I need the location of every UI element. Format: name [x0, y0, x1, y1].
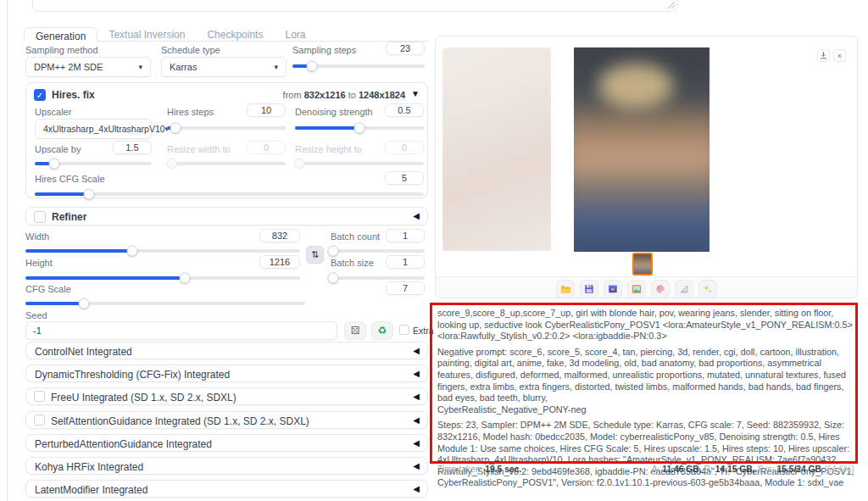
sparkles-icon	[703, 284, 713, 294]
sampling-method-value: DPM++ 2M SDE	[34, 62, 103, 72]
upscale-by-input[interactable]: 1.5	[113, 141, 152, 154]
caret-collapsed-icon: ◀	[413, 392, 420, 401]
height-slider[interactable]	[25, 276, 300, 280]
caret-collapsed-icon: ◀	[413, 461, 420, 470]
freeu-checkbox[interactable]	[34, 391, 45, 402]
palette-icon	[655, 284, 665, 294]
batch-size-input[interactable]: 1	[386, 255, 425, 269]
tab-lora[interactable]: Lora	[274, 26, 316, 41]
gallery-ghost-preview	[442, 47, 551, 251]
swap-dimensions-button[interactable]: ⇅	[306, 246, 324, 264]
height-input[interactable]: 1216	[259, 255, 300, 269]
cfg-scale-input[interactable]: 7	[386, 281, 425, 295]
close-icon: ×	[837, 52, 842, 60]
generated-image[interactable]	[574, 47, 709, 252]
sampling-steps-slider[interactable]	[292, 64, 425, 68]
accordion-latent-modifier[interactable]: LatentModifier Integrated ◀	[25, 480, 428, 498]
seed-extra-checkbox[interactable]	[399, 325, 409, 335]
send-to-inpaint-button[interactable]	[651, 280, 670, 298]
hires-to-size: 1248x1824	[359, 90, 405, 100]
tab-generation[interactable]: Generation	[24, 27, 97, 42]
sampling-method-label: Sampling method	[25, 45, 98, 55]
infotext-prompt: score_9,score_8_up,score_7_up, girl with…	[437, 308, 854, 342]
denoising-strength-slider[interactable]	[295, 126, 424, 130]
generation-infotext[interactable]: score_9,score_8_up,score_7_up, girl with…	[437, 308, 854, 489]
download-image-button[interactable]	[817, 49, 830, 62]
width-slider[interactable]	[25, 249, 300, 253]
tab-checkpoints[interactable]: Checkpoints	[196, 26, 274, 41]
caret-collapsed-icon: ◀	[413, 415, 420, 425]
hires-fix-section: ✓ Hires. fix from 832x1216 to 1248x1824 …	[25, 82, 428, 198]
schedule-type-value: Karras	[170, 62, 197, 72]
save-image-button[interactable]	[580, 280, 598, 298]
schedule-type-select[interactable]: Karras ▾	[161, 57, 287, 77]
hires-steps-label: Hires steps	[167, 107, 214, 117]
accordion-self-attention-guidance[interactable]: SelfAttentionGuidance Integrated (SD 1.x…	[25, 411, 428, 429]
upscale-by-label: Upscale by	[35, 144, 81, 154]
sampling-method-select[interactable]: DPM++ 2M SDE ▾	[25, 57, 151, 77]
cfg-scale-label: CFG Scale	[25, 284, 71, 294]
upscaler-value: 4xUltrasharp_4xUltrasharpV10	[43, 124, 165, 134]
ruler-icon	[679, 284, 689, 294]
send-to-extras-button[interactable]	[675, 280, 693, 298]
hires-steps-slider[interactable]	[167, 126, 286, 130]
batch-size-label: Batch size	[331, 258, 374, 268]
open-folder-button[interactable]	[556, 280, 575, 298]
caret-collapsed-icon[interactable]: ◀	[413, 211, 420, 220]
width-input[interactable]: 832	[259, 229, 300, 242]
upscaler-label: Upscaler	[35, 107, 71, 117]
refiner-checkbox[interactable]	[34, 211, 46, 223]
batch-size-slider[interactable]	[331, 276, 425, 280]
gallery-thumbnail-selected[interactable]	[632, 253, 653, 276]
batch-count-input[interactable]: 1	[386, 229, 425, 242]
width-label: Width	[25, 231, 49, 242]
accordion-kohya-hrfix[interactable]: Kohya HRFix Integrated ◀	[25, 457, 428, 475]
save-zip-button[interactable]	[604, 280, 622, 298]
hires-cfg-input[interactable]: 5	[385, 171, 424, 185]
time-taken: Time taken: 19.5 sec.	[437, 465, 521, 474]
hires-fix-checkbox[interactable]: ✓	[34, 89, 46, 101]
hires-fix-summary: from 832x1216 to 1248x1824	[283, 90, 405, 100]
close-gallery-button[interactable]: ×	[833, 49, 846, 62]
hires-from-size: 832x1216	[304, 90, 346, 100]
hires-cfg-slider[interactable]	[35, 192, 424, 196]
send-to-img2img-button[interactable]	[627, 280, 646, 298]
infotext-params: Steps: 23, Sampler: DPM++ 2M SDE, Schedu…	[437, 420, 854, 489]
accordion-perturbed-attention-guidance[interactable]: PerturbedAttentionGuidance Integrated ◀	[25, 434, 428, 452]
caret-collapsed-icon: ◀	[413, 438, 420, 448]
schedule-type-label: Schedule type	[161, 45, 220, 55]
seed-label: Seed	[25, 310, 47, 320]
sag-checkbox[interactable]	[34, 415, 45, 426]
denoising-strength-input[interactable]: 0.5	[385, 103, 424, 117]
batch-count-slider[interactable]	[331, 249, 425, 253]
upscale-by-slider[interactable]	[35, 162, 152, 165]
resize-height-input[interactable]: 0	[385, 141, 424, 154]
seed-input[interactable]: -1	[25, 321, 337, 340]
resize-width-slider[interactable]	[167, 162, 286, 165]
sampling-steps-input[interactable]: 23	[386, 42, 425, 55]
txt2img-tab-bar: Generation Textual Inversion Checkpoints…	[24, 26, 428, 42]
hires-fix-title: Hires. fix	[52, 89, 95, 101]
resize-height-label: Resize height to	[295, 144, 362, 154]
denoising-strength-label: Denoising strength	[295, 107, 373, 117]
height-label: Height	[25, 258, 53, 268]
hires-steps-input[interactable]: 10	[247, 103, 286, 117]
resize-handle-icon[interactable]	[667, 1, 675, 8]
prompt-textarea[interactable]	[32, 0, 678, 12]
cfg-scale-slider[interactable]	[25, 302, 305, 305]
random-seed-button[interactable]: ⚄	[344, 321, 366, 340]
accordion-controlnet[interactable]: ControlNet Integrated ◀	[25, 342, 428, 359]
resize-height-slider[interactable]	[295, 162, 424, 165]
caret-collapsed-icon: ◀	[413, 369, 420, 378]
resize-width-input[interactable]: 0	[247, 141, 286, 154]
caret-open-icon[interactable]: ▼	[411, 89, 420, 98]
caret-collapsed-icon: ◀	[413, 346, 420, 355]
upscaler-select[interactable]: 4xUltrasharp_4xUltrasharpV10 ▾	[35, 119, 152, 139]
accordion-dynamic-thresholding[interactable]: DynamicThresholding (CFG-Fix) Integrated…	[25, 365, 428, 382]
batch-count-label: Batch count	[331, 231, 380, 242]
tab-textual-inversion[interactable]: Textual Inversion	[97, 26, 196, 41]
accordion-freeu[interactable]: FreeU Integrated (SD 1.x, SD 2.x, SDXL) …	[25, 387, 428, 405]
reuse-seed-button[interactable]: ♻	[371, 321, 393, 340]
upscale-button[interactable]	[698, 280, 717, 298]
refiner-section[interactable]: Refiner ◀	[25, 207, 428, 225]
